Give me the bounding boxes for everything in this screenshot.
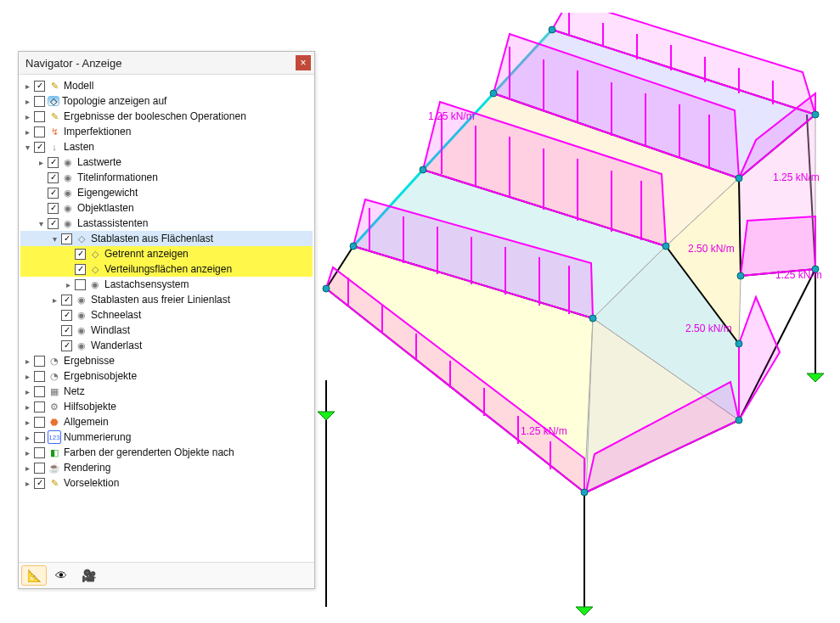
load-annotation: 2.50 kN/m	[688, 243, 735, 255]
svg-marker-37	[741, 216, 815, 276]
tab-navigator-icon[interactable]: 📐	[21, 565, 47, 586]
tree-item[interactable]: ▸✓✎Modell	[20, 78, 313, 93]
svg-marker-38	[739, 297, 780, 420]
chevron-right-icon[interactable]: ▸	[36, 157, 46, 167]
tree-node-icon: ◉	[61, 216, 75, 230]
chevron-right-icon[interactable]: ▸	[22, 96, 32, 106]
tree-item[interactable]: ▸▦Netz	[20, 384, 313, 399]
chevron-right-icon[interactable]: ▸	[22, 386, 32, 396]
tree-item[interactable]: ▸◔Ergebnisse	[20, 353, 313, 368]
tab-camera-icon[interactable]: 🎥	[76, 565, 101, 586]
tab-visibility-icon[interactable]: 👁	[48, 565, 74, 586]
tree-node-icon: ◉	[61, 201, 75, 215]
checkbox[interactable]: ✓	[34, 478, 45, 489]
chevron-right-icon[interactable]: ▸	[22, 401, 32, 412]
checkbox[interactable]: ✓	[48, 172, 59, 183]
svg-point-78	[736, 175, 742, 182]
chevron-right-icon[interactable]: ▸	[22, 432, 32, 442]
tree-item-label: Vorselektion	[64, 477, 119, 489]
tree-node-icon: ◉	[61, 186, 75, 199]
checkbox[interactable]: ✓	[48, 188, 59, 199]
tree-item[interactable]: ▸✓◉Stablasten aus freier Linienlast	[20, 292, 313, 307]
checkbox[interactable]	[34, 447, 45, 458]
chevron-right-icon[interactable]: ▸	[22, 371, 32, 381]
tree-node-icon: ◉	[75, 308, 88, 322]
chevron-right-icon[interactable]: ▸	[22, 447, 32, 457]
checkbox[interactable]	[34, 401, 45, 413]
tree-item[interactable]: ▸↯Imperfektionen	[20, 124, 313, 139]
chevron-right-icon[interactable]: ▸	[22, 356, 32, 366]
tree-item[interactable]: ▸◇Topologie anzeigen auf	[20, 93, 313, 109]
tree-item-label: Objektlasten	[77, 202, 134, 214]
tree-node-icon: ◉	[61, 171, 75, 184]
checkbox[interactable]: ✓	[75, 264, 86, 275]
chevron-right-icon[interactable]: ▸	[22, 417, 32, 427]
checkbox[interactable]: ✓	[75, 249, 86, 260]
checkbox[interactable]	[34, 432, 45, 443]
tree-item[interactable]: ▸✓◉Windlast	[20, 323, 313, 338]
chevron-right-icon[interactable]: ▸	[49, 295, 59, 305]
checkbox[interactable]	[34, 386, 45, 397]
tree-item[interactable]: ▸✓✎Vorselektion	[20, 475, 313, 491]
tree-item[interactable]: ▸✓◇Verteilungsflächen anzeigen	[20, 261, 313, 277]
checkbox[interactable]	[75, 279, 86, 290]
close-icon[interactable]: ×	[296, 55, 311, 70]
checkbox[interactable]: ✓	[61, 325, 72, 336]
chevron-down-icon[interactable]: ▾	[36, 218, 46, 228]
tree-node-icon: ✎	[48, 79, 61, 93]
chevron-right-icon[interactable]: ▸	[22, 126, 32, 137]
checkbox[interactable]	[34, 417, 45, 428]
tree-item[interactable]: ▾✓◇Stablasten aus Flächenlast	[20, 231, 313, 246]
tree-item[interactable]: ▾✓↓Lasten	[20, 139, 313, 154]
tree-item[interactable]: ▸✓◉Lastwerte	[20, 154, 313, 170]
chevron-right-icon[interactable]: ▸	[22, 478, 32, 488]
tree-item-label: Verteilungsflächen anzeigen	[104, 263, 232, 275]
tree-item[interactable]: ▸✓◇Getrennt anzeigen	[20, 246, 313, 261]
checkbox[interactable]	[34, 463, 45, 474]
tree-item[interactable]: ▸✎Ergebnisse der booleschen Operationen	[20, 109, 313, 124]
tree-item[interactable]: ▾✓◉Lastassistenten	[20, 216, 313, 231]
tree-item[interactable]: ▸⬣Allgemein	[20, 414, 313, 429]
load-annotation: 1.25 kN/m	[773, 171, 820, 183]
checkbox[interactable]: ✓	[34, 81, 45, 92]
panel-titlebar[interactable]: Navigator - Anzeige ×	[19, 52, 314, 75]
chevron-down-icon[interactable]: ▾	[49, 233, 59, 244]
checkbox[interactable]: ✓	[48, 157, 59, 168]
checkbox[interactable]: ✓	[48, 218, 59, 229]
chevron-down-icon[interactable]: ▾	[22, 142, 32, 152]
checkbox[interactable]	[34, 356, 45, 367]
checkbox[interactable]	[34, 371, 45, 382]
tree-item-label: Lastachsensystem	[104, 278, 189, 290]
tree-item[interactable]: ▸◧Farben der gerenderten Objekte nach	[20, 445, 313, 460]
model-viewport[interactable]: 1.25 kN/m 1.25 kN/m 2.50 kN/m 1.25 kN/m …	[314, 13, 832, 615]
checkbox[interactable]: ✓	[34, 142, 45, 153]
tree-item[interactable]: ▸✓◉Objektlasten	[20, 200, 313, 216]
chevron-right-icon[interactable]: ▸	[22, 111, 32, 121]
tree-item-label: Lastwerte	[77, 156, 121, 168]
svg-point-84	[737, 272, 744, 279]
checkbox[interactable]: ✓	[61, 340, 72, 351]
tree-item[interactable]: ▸◔Ergebnisobjekte	[20, 368, 313, 384]
tree-node-icon: ◉	[75, 293, 88, 306]
checkbox[interactable]	[34, 111, 45, 122]
tree-item[interactable]: ▸⚙Hilfsobjekte	[20, 399, 313, 414]
tree-item[interactable]: ▸◉Lastachsensystem	[20, 277, 313, 292]
tree-item[interactable]: ▸✓◉Titelinformationen	[20, 170, 313, 185]
tree-item[interactable]: ▸✓◉Eigengewicht	[20, 185, 313, 200]
tree-view[interactable]: ▸✓✎Modell▸◇Topologie anzeigen auf▸✎Ergeb…	[19, 75, 314, 562]
checkbox[interactable]: ✓	[61, 310, 72, 321]
checkbox[interactable]	[34, 126, 45, 138]
checkbox[interactable]: ✓	[61, 233, 72, 244]
tree-item[interactable]: ▸123Nummerierung	[20, 429, 313, 445]
tree-item[interactable]: ▸✓◉Schneelast	[20, 307, 313, 323]
tree-item[interactable]: ▸☕Rendering	[20, 460, 313, 475]
tree-node-icon: ◉	[75, 323, 88, 337]
chevron-right-icon[interactable]: ▸	[63, 279, 73, 289]
chevron-right-icon[interactable]: ▸	[22, 463, 32, 473]
checkbox[interactable]	[34, 96, 45, 107]
tree-item[interactable]: ▸✓◉Wanderlast	[20, 338, 313, 353]
checkbox[interactable]: ✓	[61, 295, 72, 306]
load-annotation: 1.25 kN/m	[428, 110, 475, 122]
checkbox[interactable]: ✓	[48, 203, 59, 214]
chevron-right-icon[interactable]: ▸	[22, 81, 32, 91]
